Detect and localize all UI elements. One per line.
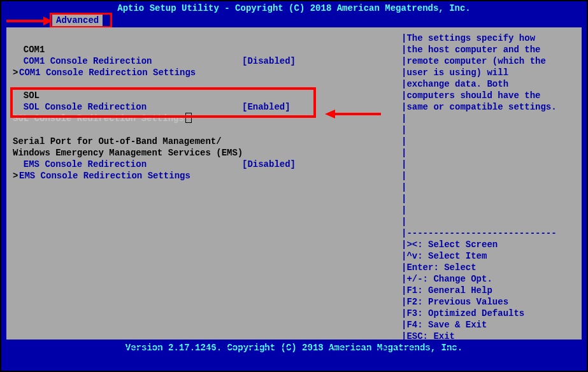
help-key: |F4: Save & Exit [401,319,579,331]
help-pipe: | [401,193,579,204]
content-panel[interactable]: COM1 COM1 Console Redirection [Disabled]… [6,27,401,340]
help-key: |F1: General Help [401,285,579,296]
help-text: |user is using) will [401,67,579,78]
sol-header: SOL [13,90,395,101]
help-text: |remote computer (which the [401,55,579,67]
sol-console-redirection[interactable]: SOL Console Redirection [Enabled] [13,101,395,113]
border-bottom: \---------------------------------------… [6,343,582,353]
help-pipe: | [401,204,579,216]
ems-console-redirection[interactable]: EMS Console Redirection [Disabled] [13,159,395,170]
cursor-icon [185,113,192,123]
help-key: |F3: Optimized Defaults [401,308,579,319]
help-pipe: | [401,170,579,182]
help-key: |ESC: Exit [401,331,579,342]
help-pipe: | [401,136,579,147]
com1-header: COM1 [13,44,395,55]
help-pipe: | [401,147,579,159]
ems-console-redirection-settings[interactable]: > EMS Console Redirection Settings [13,170,395,182]
tab-row: Advanced [1,15,587,27]
blank-row [13,32,395,44]
submenu-caret-icon: > [13,67,19,78]
help-pipe: | [401,159,579,170]
help-pipe: | [401,216,579,227]
help-text: |same or compatible settings. [401,101,579,113]
main-area: COM1 COM1 Console Redirection [Disabled]… [6,27,582,340]
blank-row [13,124,395,136]
help-key: |^v: Select Item [401,250,579,262]
com1-console-redirection-settings[interactable]: > COM1 Console Redirection Settings [13,67,395,78]
tab-advanced[interactable]: Advanced [52,15,103,26]
help-key: |+/-: Change Opt. [401,273,579,285]
blank-row [13,78,395,90]
sol-console-redirection-settings[interactable]: SOL Console Redirection Settings [13,113,395,124]
help-pipe: | [401,113,579,124]
title-bar: Aptio Setup Utility - Copyright (C) 2018… [1,1,587,15]
help-panel: |The settings specify how |the host comp… [401,27,582,340]
help-text: |the host computer and the [401,44,579,55]
serial-port-line1: Serial Port for Out-of-Band Management/ [13,136,395,147]
submenu-caret-icon: > [13,170,19,182]
help-key: |Enter: Select [401,262,579,273]
help-divider: |---------------------------- [401,227,579,239]
help-text: |The settings specify how [401,32,579,44]
help-pipe: | [401,182,579,193]
help-key: |><: Select Screen [401,239,579,250]
serial-port-line2: Windows Emergency Management Services (E… [13,147,395,159]
com1-console-redirection[interactable]: COM1 Console Redirection [Disabled] [13,55,395,67]
help-pipe: | [401,124,579,136]
help-text: |computers should have the [401,90,579,101]
bios-screen: Aptio Setup Utility - Copyright (C) 2018… [0,0,588,372]
help-text: |exchange data. Both [401,78,579,90]
help-key: |F2: Previous Values [401,296,579,308]
